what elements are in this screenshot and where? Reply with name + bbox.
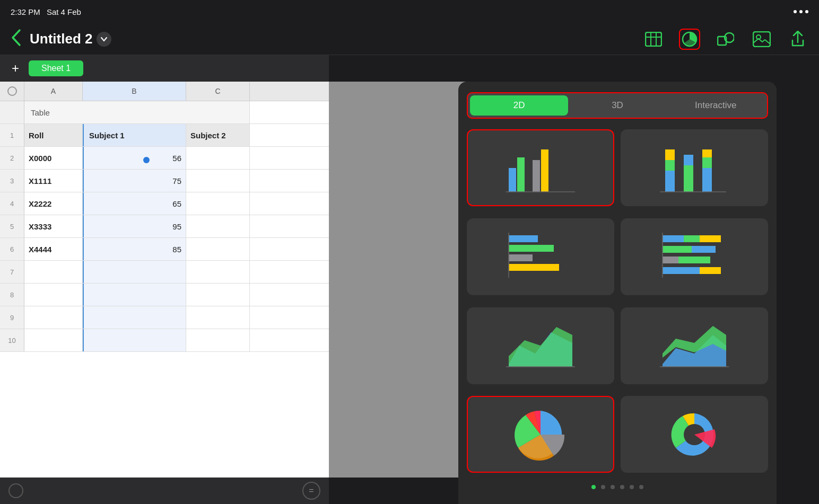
table-row[interactable]: 4X222265 [0, 192, 329, 215]
table-row[interactable]: 3X111175 [0, 170, 329, 192]
cell-a-2[interactable]: X0000 [24, 147, 83, 169]
svg-rect-35 [663, 267, 700, 274]
cell-c-8[interactable] [186, 284, 250, 306]
table-row[interactable]: 2X000056 [0, 147, 329, 170]
select-all-circle[interactable] [7, 86, 17, 96]
cell-c-6[interactable] [186, 238, 250, 260]
chart-option-horizontal-stacked[interactable] [621, 218, 768, 295]
document-title: Untitled 2 [30, 31, 111, 47]
cell-a-3[interactable]: X1111 [24, 170, 83, 192]
chart-icon-button[interactable] [679, 29, 700, 50]
formula-bar: = [0, 478, 329, 504]
cell-a-10[interactable] [24, 329, 83, 351]
table-icon-button[interactable] [643, 29, 664, 50]
cell-b-1[interactable]: Subject 1 [83, 124, 186, 146]
page-dot-1[interactable] [591, 485, 596, 489]
table-row[interactable]: 9 [0, 306, 329, 329]
svg-rect-7 [753, 32, 770, 47]
svg-rect-14 [665, 171, 675, 192]
cell-a-6[interactable]: X4444 [24, 238, 83, 260]
cell-a-7[interactable] [24, 261, 83, 283]
cell-b-9[interactable] [83, 306, 186, 329]
svg-rect-9 [509, 168, 516, 192]
chart-type-grid [467, 129, 768, 479]
svg-rect-17 [684, 165, 693, 192]
cell-a-4[interactable]: X2222 [24, 192, 83, 215]
selection-drag-handle[interactable] [143, 157, 150, 163]
row-number: 2 [0, 147, 24, 169]
chart-option-area[interactable] [467, 307, 614, 384]
row-number: 1 [0, 124, 24, 146]
cell-b-5[interactable]: 95 [83, 215, 186, 237]
svg-rect-11 [533, 160, 540, 192]
chart-option-horizontal-bar[interactable] [467, 218, 614, 295]
page-dot-4[interactable] [620, 485, 624, 489]
cell-c-4[interactable] [186, 192, 250, 215]
sheet-tab-1[interactable]: Sheet 1 [29, 60, 83, 76]
table-row[interactable]: 6X444485 [0, 238, 329, 261]
chart-option-stacked-bar[interactable] [621, 129, 768, 206]
media-icon-button[interactable] [751, 29, 772, 50]
col-header-b[interactable]: B [83, 82, 186, 101]
cell-b-10[interactable] [83, 329, 186, 351]
cell-b-8[interactable] [83, 284, 186, 306]
main-area: + Sheet 1 A B C Table 1RollSubject 1Subj… [0, 55, 819, 504]
cell-b-3[interactable]: 75 [83, 170, 186, 192]
cell-c-7[interactable] [186, 261, 250, 283]
chart-option-grouped-bar[interactable] [467, 129, 614, 206]
tab-2d[interactable]: 2D [470, 95, 568, 116]
table-title-cell: Table [24, 101, 250, 123]
page-dot-2[interactable] [601, 485, 605, 489]
page-dot-5[interactable] [630, 485, 634, 489]
back-button[interactable] [11, 29, 21, 49]
cell-b-7[interactable] [83, 261, 186, 283]
equals-button[interactable]: = [302, 482, 320, 500]
tab-3d[interactable]: 3D [568, 95, 666, 116]
chart-option-area-stacked[interactable] [621, 307, 768, 384]
col-header-a[interactable]: A [24, 82, 83, 101]
page-dot-3[interactable] [611, 485, 615, 489]
dot-2 [799, 10, 803, 13]
cell-c-10[interactable] [186, 329, 250, 351]
sheet-tab-bar: + Sheet 1 [0, 55, 329, 82]
cell-a-8[interactable] [24, 284, 83, 306]
cell-b-6[interactable]: 85 [83, 238, 186, 260]
svg-rect-28 [663, 235, 684, 242]
cell-b-4[interactable]: 65 [83, 192, 186, 215]
cell-c-1[interactable]: Subject 2 [186, 124, 250, 146]
row-number: 10 [0, 329, 24, 351]
row-number: 8 [0, 284, 24, 306]
cell-c-9[interactable] [186, 306, 250, 329]
grid-rows: 1RollSubject 1Subject 22X0000563X1111754… [0, 124, 329, 478]
cell-a-5[interactable]: X3333 [24, 215, 83, 237]
svg-rect-32 [692, 246, 716, 253]
chart-type-tabs: 2D 3D Interactive [467, 92, 768, 119]
col-header-c[interactable]: C [186, 82, 250, 101]
cell-a-9[interactable] [24, 306, 83, 329]
page-dot-6[interactable] [639, 485, 643, 489]
table-row[interactable]: 8 [0, 284, 329, 306]
tab-interactive[interactable]: Interactive [667, 95, 765, 116]
shapes-icon-button[interactable] [715, 29, 736, 50]
table-row[interactable]: 10 [0, 329, 329, 352]
status-bar: 2:32 PM Sat 4 Feb [0, 0, 819, 23]
title-chevron[interactable] [97, 32, 111, 47]
dot-3 [805, 10, 808, 13]
chart-option-pie[interactable] [467, 396, 614, 473]
status-date: Sat 4 Feb [47, 7, 81, 16]
cell-b-2[interactable]: 56 [83, 147, 186, 169]
table-row[interactable]: 7 [0, 261, 329, 284]
cell-c-3[interactable] [186, 170, 250, 192]
table-row[interactable]: 1RollSubject 1Subject 2 [0, 124, 329, 147]
table-row[interactable]: 5X333395 [0, 215, 329, 238]
column-headers: A B C [0, 82, 329, 101]
row-number: 6 [0, 238, 24, 260]
chart-option-donut[interactable] [621, 396, 768, 473]
share-icon-button[interactable] [787, 29, 808, 50]
cell-c-2[interactable] [186, 147, 250, 169]
status-dots [794, 10, 808, 13]
add-sheet-button[interactable]: + [6, 59, 24, 77]
cell-c-5[interactable] [186, 215, 250, 237]
cell-a-1[interactable]: Roll [24, 124, 83, 146]
pagination-dots [467, 479, 768, 493]
